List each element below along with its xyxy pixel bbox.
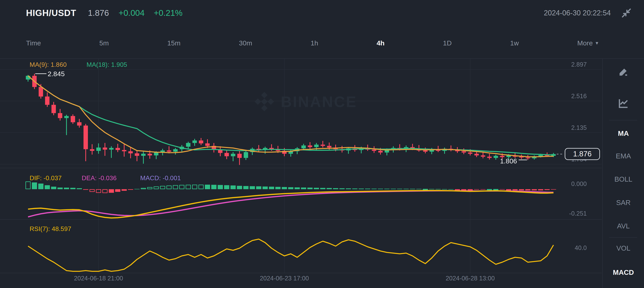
x-axis-date: 2024-06-18 21:00 — [74, 275, 123, 282]
y-axis-label: 2.897 — [557, 61, 587, 68]
sidebar-item-avl[interactable]: AVL — [603, 222, 644, 230]
more-label: More — [577, 39, 593, 47]
more-timeframes-button[interactable]: More ▼ — [577, 39, 599, 47]
sidebar-item-vol[interactable]: VOL — [603, 244, 644, 252]
macd-axis-label: 0.000 — [557, 180, 587, 188]
pair-title: HIGH/USDT — [26, 8, 76, 18]
x-axis-date: 2024-06-28 13:00 — [446, 275, 495, 282]
rsi-legend: RSI(7): 48.597 — [30, 225, 71, 233]
sidebar-divider — [602, 59, 603, 288]
sidebar-item-macd[interactable]: MACD — [603, 269, 644, 277]
tab-1h[interactable]: 1h — [310, 39, 318, 47]
tab-1w[interactable]: 1w — [510, 39, 519, 47]
dif-legend: DIF: -0.037 — [30, 174, 62, 182]
price-change: +0.004 — [118, 8, 144, 18]
tab-15m[interactable]: 15m — [167, 39, 180, 47]
y-axis-label: 2.516 — [557, 93, 587, 100]
indicator-chart-icon[interactable] — [617, 98, 629, 110]
dea-legend: DEA: -0.036 — [82, 174, 116, 182]
tab-5m[interactable]: 5m — [99, 39, 109, 47]
tab-4h[interactable]: 4h — [377, 39, 385, 47]
macd-axis-label: -0.251 — [557, 210, 587, 217]
price-change-percent: +0.21% — [154, 8, 183, 18]
sidebar-section-divider — [609, 120, 637, 120]
tab-time[interactable]: Time — [26, 39, 41, 47]
timeframe-tabs: Time 5m 15m 30m 1h 4h 1D 1w More ▼ — [26, 39, 599, 47]
tab-1d[interactable]: 1D — [443, 39, 452, 47]
x-axis-date: 2024-06-23 17:00 — [260, 275, 309, 282]
collapse-chart-icon[interactable] — [621, 8, 632, 18]
sidebar-item-ema[interactable]: EMA — [603, 152, 644, 160]
last-price-tag: 1.876 — [565, 148, 600, 160]
header: HIGH/USDT 1.876 +0.004 +0.21% 2024-06-30… — [0, 0, 644, 26]
draw-icon[interactable] — [617, 66, 629, 78]
sidebar-item-ma[interactable]: MA — [603, 129, 644, 137]
rsi-axis-label: 40.0 — [557, 244, 587, 252]
chevron-down-icon: ▼ — [595, 41, 599, 46]
low-price-annotation: 1.806 — [489, 157, 517, 165]
y-axis-label: 2.135 — [557, 124, 587, 131]
ma9-legend: MA(9): 1.860 — [30, 61, 67, 68]
clock-timestamp: 2024-06-30 20:22:54 — [544, 9, 611, 17]
sidebar-section-divider — [609, 237, 637, 238]
high-price-annotation: 2.845 — [48, 70, 65, 78]
sidebar-item-sar[interactable]: SAR — [603, 199, 644, 207]
sidebar-item-boll[interactable]: BOLL — [603, 175, 644, 183]
price-chart-canvas[interactable] — [0, 59, 602, 274]
ma18-legend: MA(18): 1.905 — [86, 61, 127, 68]
macd-legend: MACD: -0.001 — [140, 174, 181, 182]
last-price: 1.876 — [88, 8, 109, 18]
tab-30m[interactable]: 30m — [239, 39, 252, 47]
